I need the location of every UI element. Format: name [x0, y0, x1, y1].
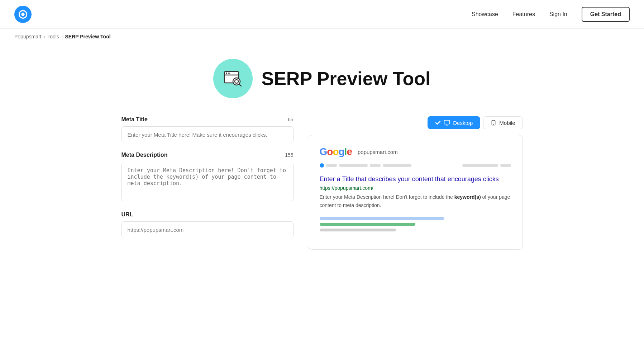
- nav-features[interactable]: Features: [512, 11, 535, 18]
- meta-title-input[interactable]: [121, 126, 294, 143]
- mobile-toggle[interactable]: Mobile: [483, 116, 523, 129]
- svg-point-4: [226, 72, 227, 74]
- svg-point-5: [228, 72, 230, 74]
- meta-desc-label: Meta Description: [121, 152, 168, 158]
- bottom-bar-blue: [320, 217, 444, 220]
- mobile-label: Mobile: [499, 120, 515, 126]
- serp-result-title[interactable]: Enter a Title that describes your conten…: [320, 175, 511, 184]
- left-panel: Meta Title 65 Meta Description 155 URL: [121, 116, 294, 250]
- breadcrumb-current: SERP Preview Tool: [65, 34, 111, 39]
- nav-sign-in[interactable]: Sign In: [549, 11, 567, 18]
- serp-desc-part1: Enter your Meta Description here! Don't …: [320, 194, 454, 200]
- serp-desc-bold: keyword(s): [454, 194, 481, 200]
- meta-title-header: Meta Title 65: [121, 116, 294, 123]
- serp-result-url: https://popupsmart.com/: [320, 185, 511, 191]
- right-panel: Desktop Mobile Google popupsmart.com: [308, 116, 523, 250]
- header: Showcase Features Sign In Get Started: [0, 0, 644, 29]
- hero-icon: [213, 59, 253, 98]
- desktop-label: Desktop: [453, 120, 473, 126]
- meta-desc-count: 155: [285, 152, 293, 158]
- meta-title-count: 65: [288, 117, 294, 122]
- breadcrumb-sep-1: ›: [43, 34, 45, 39]
- desktop-icon: [444, 119, 450, 126]
- logo[interactable]: [14, 6, 32, 23]
- main-content: Meta Title 65 Meta Description 155 URL: [107, 116, 537, 250]
- breadcrumb: Popupsmart › Tools › SERP Preview Tool: [0, 29, 644, 44]
- nav-showcase[interactable]: Showcase: [472, 11, 498, 18]
- breadcrumb-tools[interactable]: Tools: [47, 34, 59, 39]
- url-block: URL: [121, 211, 294, 238]
- svg-point-13: [493, 124, 494, 124]
- search-bar-right-1: [462, 164, 498, 167]
- search-dot: [320, 163, 324, 168]
- serp-result-description: Enter your Meta Description here! Don't …: [320, 193, 511, 209]
- search-bar-1: [326, 164, 337, 167]
- serp-domain-display: popupsmart.com: [358, 149, 398, 155]
- url-header: URL: [121, 211, 294, 218]
- bottom-bar-gray: [320, 229, 396, 231]
- serp-header: Google popupsmart.com: [320, 146, 511, 158]
- desktop-toggle[interactable]: Desktop: [428, 116, 480, 129]
- serp-search-bar: [320, 163, 511, 168]
- google-logo: Google: [320, 146, 352, 158]
- search-bar-4: [383, 164, 411, 167]
- url-input[interactable]: [121, 221, 294, 238]
- serp-bottom-bars: [320, 217, 511, 231]
- svg-rect-9: [444, 120, 450, 124]
- meta-desc-input[interactable]: [121, 162, 294, 201]
- svg-point-1: [21, 13, 24, 16]
- hero-section: SERP Preview Tool: [0, 44, 644, 116]
- get-started-button[interactable]: Get Started: [582, 7, 630, 22]
- search-bar-2: [339, 164, 368, 167]
- logo-icon: [14, 6, 32, 23]
- search-bar-right-2: [500, 164, 511, 167]
- url-label: URL: [121, 211, 133, 218]
- main-nav: Showcase Features Sign In Get Started: [472, 7, 630, 22]
- bottom-bar-green: [320, 223, 415, 226]
- breadcrumb-home[interactable]: Popupsmart: [14, 34, 41, 39]
- breadcrumb-sep-2: ›: [61, 34, 63, 39]
- check-icon: [435, 120, 441, 126]
- meta-title-block: Meta Title 65: [121, 116, 294, 143]
- meta-desc-header: Meta Description 155: [121, 152, 294, 158]
- hero-title: SERP Preview Tool: [261, 68, 430, 89]
- svg-line-8: [239, 84, 241, 86]
- view-toggle: Desktop Mobile: [308, 116, 523, 129]
- serp-result: Enter a Title that describes your conten…: [320, 175, 511, 209]
- serp-preview-card: Google popupsmart.com Enter a Title that…: [308, 135, 523, 250]
- meta-title-label: Meta Title: [121, 116, 148, 123]
- meta-desc-block: Meta Description 155: [121, 152, 294, 203]
- search-bar-3: [370, 164, 381, 167]
- mobile-icon: [491, 119, 496, 126]
